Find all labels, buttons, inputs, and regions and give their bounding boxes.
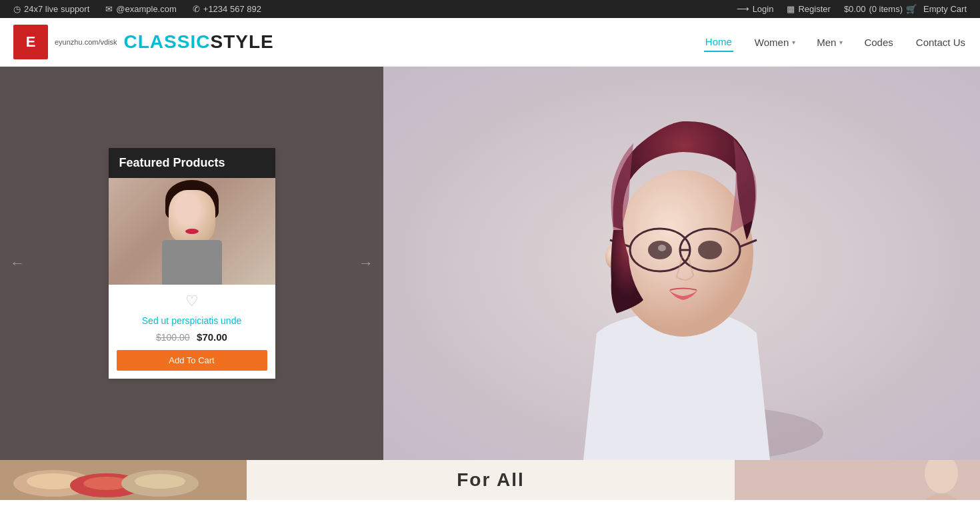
logo-icon: E — [13, 25, 48, 59]
cart-items: (0 items) — [869, 4, 903, 14]
nav-women[interactable]: Women — [753, 33, 790, 51]
phone-icon: ✆ — [193, 4, 200, 14]
person-face — [169, 190, 215, 243]
email-text: @example.com — [116, 4, 177, 14]
login-link[interactable]: ⟶ Login — [737, 4, 774, 14]
svg-point-9 — [698, 241, 722, 259]
teaser-mid: For All — [247, 460, 735, 500]
logo-text-block: eyunzhu.com/vdisk — [55, 38, 117, 46]
svg-point-2 — [613, 170, 753, 337]
support-icon: ◷ — [13, 4, 21, 14]
register-label: Register — [798, 4, 830, 14]
price-sale: $70.00 — [197, 331, 227, 343]
price-original: $100.00 — [156, 332, 190, 343]
hats-image — [0, 460, 247, 500]
hero-right — [383, 67, 980, 460]
nav-men[interactable]: Men — [815, 33, 837, 51]
price-area: $100.00 $70.00 — [117, 331, 267, 343]
main-nav: Home Women ▾ Men ▾ Codes Contact Us — [704, 33, 967, 52]
svg-point-10 — [658, 245, 666, 251]
cart-area[interactable]: $0.00 (0 items) 🛒 Empty Cart — [844, 4, 967, 14]
product-person-figure — [152, 180, 232, 283]
hero-section: ← Featured Products ♡ Sed ut perspiciati… — [0, 67, 980, 460]
product-image — [109, 178, 275, 285]
teaser-right-image — [735, 460, 980, 500]
nav-home[interactable]: Home — [704, 33, 733, 52]
nav-codes[interactable]: Codes — [863, 33, 894, 51]
featured-card: Featured Products ♡ Sed ut perspiciatis … — [109, 148, 275, 379]
featured-header: Featured Products — [109, 148, 275, 178]
phone-item: ✆ +1234 567 892 — [193, 4, 261, 14]
logo-style: STYLE — [210, 31, 273, 52]
logo-block: E eyunzhu.com/vdisk CLASSICSTYLE — [13, 25, 274, 59]
email-item: ✉ @example.com — [105, 4, 177, 14]
wishlist-heart-icon[interactable]: ♡ — [117, 293, 267, 310]
nav-contact-us[interactable]: Contact Us — [915, 33, 967, 51]
empty-cart-label: Empty Cart — [923, 4, 967, 14]
top-bar-left: ◷ 24x7 live support ✉ @example.com ✆ +12… — [13, 4, 261, 14]
phone-text: +1234 567 892 — [203, 4, 261, 14]
men-dropdown-icon: ▾ — [839, 39, 843, 46]
hero-image-svg — [383, 67, 980, 460]
logo-sub: eyunzhu.com/vdisk — [55, 38, 117, 46]
teaser-left — [0, 460, 247, 500]
svg-point-18 — [135, 474, 185, 489]
add-to-cart-button[interactable]: Add To Cart — [117, 350, 267, 371]
header: E eyunzhu.com/vdisk CLASSICSTYLE Home Wo… — [0, 18, 980, 67]
person-lips — [185, 229, 199, 234]
support-item: ◷ 24x7 live support — [13, 4, 89, 14]
login-label: Login — [753, 4, 774, 14]
logo-classic: CLASSIC — [124, 31, 211, 52]
nav-women-wrapper[interactable]: Women ▾ — [753, 33, 795, 51]
bottom-teasers: For All — [0, 460, 980, 500]
product-title: Sed ut perspiciatis unde — [117, 315, 267, 326]
logo-brand: CLASSICSTYLE — [124, 31, 274, 53]
register-link[interactable]: ▦ Register — [787, 4, 830, 14]
email-icon: ✉ — [105, 4, 113, 14]
teaser-right — [735, 460, 980, 500]
women-dropdown-icon: ▾ — [792, 39, 795, 46]
register-icon: ▦ — [787, 4, 795, 14]
person-body — [162, 240, 222, 285]
cart-amount: $0.00 — [844, 4, 866, 14]
nav-men-wrapper[interactable]: Men ▾ — [815, 33, 843, 51]
support-text: 24x7 live support — [24, 4, 89, 14]
top-bar: ◷ 24x7 live support ✉ @example.com ✆ +12… — [0, 0, 980, 18]
top-bar-right: ⟶ Login ▦ Register $0.00 (0 items) 🛒 Emp… — [737, 4, 967, 14]
carousel-arrow-left[interactable]: ← — [10, 255, 25, 272]
cart-icon: 🛒 — [906, 4, 917, 14]
product-info: ♡ Sed ut perspiciatis unde $100.00 $70.0… — [109, 285, 275, 379]
hero-left: ← Featured Products ♡ Sed ut perspiciati… — [0, 67, 383, 460]
teaser-section-label: For All — [457, 469, 525, 491]
login-icon: ⟶ — [737, 4, 749, 14]
carousel-arrow-right[interactable]: → — [359, 255, 373, 272]
